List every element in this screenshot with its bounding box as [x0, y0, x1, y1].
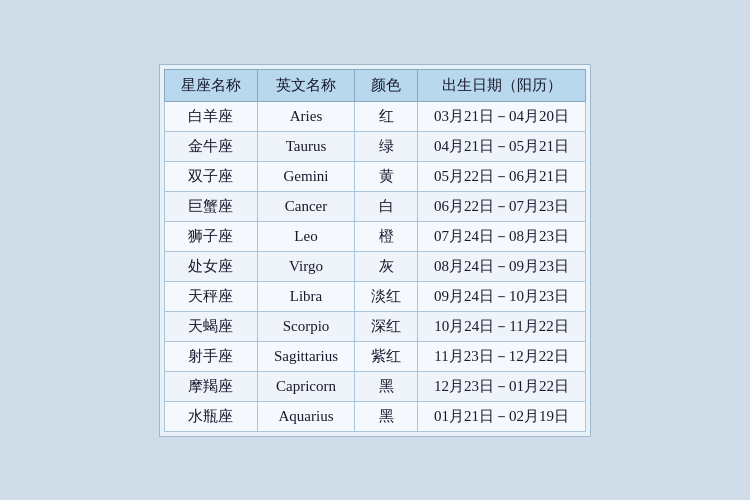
cell-color: 黄: [355, 161, 418, 191]
cell-color: 绿: [355, 131, 418, 161]
table-row: 处女座Virgo灰08月24日－09月23日: [164, 251, 585, 281]
cell-birthdate: 06月22日－07月23日: [418, 191, 586, 221]
header-chinese-name: 星座名称: [164, 69, 257, 101]
cell-chinese-name: 水瓶座: [164, 401, 257, 431]
cell-birthdate: 04月21日－05月21日: [418, 131, 586, 161]
cell-birthdate: 03月21日－04月20日: [418, 101, 586, 131]
cell-chinese-name: 金牛座: [164, 131, 257, 161]
cell-chinese-name: 射手座: [164, 341, 257, 371]
cell-color: 灰: [355, 251, 418, 281]
cell-color: 黑: [355, 371, 418, 401]
table-row: 射手座Sagittarius紫红11月23日－12月22日: [164, 341, 585, 371]
header-english-name: 英文名称: [257, 69, 354, 101]
cell-color: 白: [355, 191, 418, 221]
cell-chinese-name: 白羊座: [164, 101, 257, 131]
table-row: 双子座Gemini黄05月22日－06月21日: [164, 161, 585, 191]
header-color: 颜色: [355, 69, 418, 101]
cell-birthdate: 11月23日－12月22日: [418, 341, 586, 371]
cell-birthdate: 10月24日－11月22日: [418, 311, 586, 341]
table-row: 天蝎座Scorpio深红10月24日－11月22日: [164, 311, 585, 341]
cell-color: 淡红: [355, 281, 418, 311]
cell-color: 红: [355, 101, 418, 131]
cell-english-name: Aquarius: [257, 401, 354, 431]
cell-chinese-name: 摩羯座: [164, 371, 257, 401]
cell-english-name: Scorpio: [257, 311, 354, 341]
table-body: 白羊座Aries红03月21日－04月20日金牛座Taurus绿04月21日－0…: [164, 101, 585, 431]
cell-english-name: Sagittarius: [257, 341, 354, 371]
cell-birthdate: 09月24日－10月23日: [418, 281, 586, 311]
table-row: 金牛座Taurus绿04月21日－05月21日: [164, 131, 585, 161]
cell-english-name: Gemini: [257, 161, 354, 191]
cell-chinese-name: 巨蟹座: [164, 191, 257, 221]
cell-color: 深红: [355, 311, 418, 341]
table-row: 天秤座Libra淡红09月24日－10月23日: [164, 281, 585, 311]
cell-english-name: Taurus: [257, 131, 354, 161]
cell-chinese-name: 双子座: [164, 161, 257, 191]
cell-birthdate: 07月24日－08月23日: [418, 221, 586, 251]
cell-color: 橙: [355, 221, 418, 251]
table-row: 白羊座Aries红03月21日－04月20日: [164, 101, 585, 131]
header-birthdate: 出生日期（阳历）: [418, 69, 586, 101]
table-row: 摩羯座Capricorn黑12月23日－01月22日: [164, 371, 585, 401]
table-row: 狮子座Leo橙07月24日－08月23日: [164, 221, 585, 251]
cell-english-name: Cancer: [257, 191, 354, 221]
cell-chinese-name: 狮子座: [164, 221, 257, 251]
table-header-row: 星座名称 英文名称 颜色 出生日期（阳历）: [164, 69, 585, 101]
cell-chinese-name: 天秤座: [164, 281, 257, 311]
table-row: 巨蟹座Cancer白06月22日－07月23日: [164, 191, 585, 221]
cell-english-name: Capricorn: [257, 371, 354, 401]
cell-english-name: Aries: [257, 101, 354, 131]
cell-chinese-name: 处女座: [164, 251, 257, 281]
cell-birthdate: 08月24日－09月23日: [418, 251, 586, 281]
cell-english-name: Libra: [257, 281, 354, 311]
cell-birthdate: 01月21日－02月19日: [418, 401, 586, 431]
cell-color: 紫红: [355, 341, 418, 371]
cell-birthdate: 12月23日－01月22日: [418, 371, 586, 401]
zodiac-table: 星座名称 英文名称 颜色 出生日期（阳历） 白羊座Aries红03月21日－04…: [164, 69, 586, 432]
cell-chinese-name: 天蝎座: [164, 311, 257, 341]
zodiac-table-container: 星座名称 英文名称 颜色 出生日期（阳历） 白羊座Aries红03月21日－04…: [159, 64, 591, 437]
cell-english-name: Leo: [257, 221, 354, 251]
table-row: 水瓶座Aquarius黑01月21日－02月19日: [164, 401, 585, 431]
cell-english-name: Virgo: [257, 251, 354, 281]
cell-birthdate: 05月22日－06月21日: [418, 161, 586, 191]
cell-color: 黑: [355, 401, 418, 431]
